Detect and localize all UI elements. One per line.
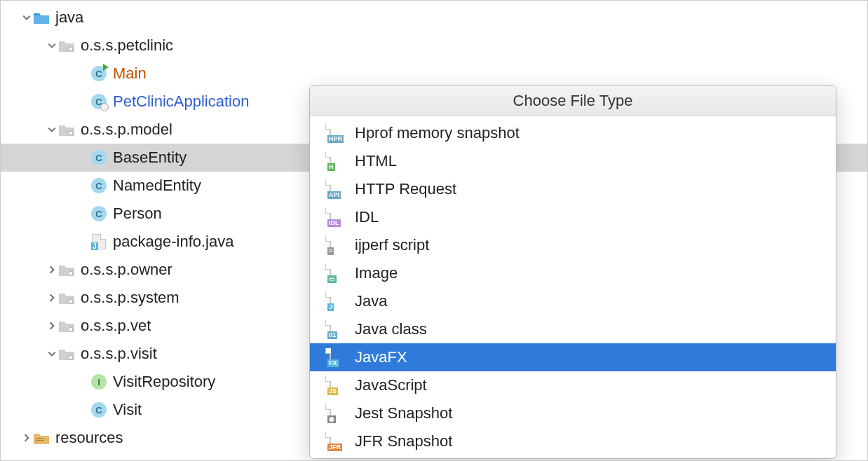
chevron-down-icon[interactable] <box>20 13 33 22</box>
tree-item-label: Visit <box>113 401 142 419</box>
interface-icon: I <box>90 373 107 390</box>
svg-point-3 <box>69 299 73 303</box>
chevron-right-icon[interactable] <box>46 294 58 302</box>
tree-item-label: o.s.s.petclinic <box>81 36 173 55</box>
tree-item-main[interactable]: C Main <box>1 60 867 88</box>
file-type-icon: ◉ <box>330 405 345 422</box>
tree-item-label: package-info.java <box>113 233 233 251</box>
package-icon <box>58 261 75 278</box>
java-file-icon <box>90 233 107 250</box>
file-type-item[interactable]: JFRJFR Snapshot <box>310 427 836 455</box>
package-icon <box>58 121 75 138</box>
chevron-right-icon[interactable] <box>46 322 58 330</box>
file-type-icon: JS <box>330 377 345 394</box>
file-type-label: Image <box>355 264 398 282</box>
tree-item-label: BaseEntity <box>113 149 187 167</box>
file-type-label: JavaFX <box>355 348 407 366</box>
file-type-label: IDL <box>355 208 379 226</box>
file-type-item[interactable]: ▭Image <box>310 259 836 287</box>
chevron-right-icon[interactable] <box>20 434 33 442</box>
class-icon: C <box>90 205 107 222</box>
tree-item-label: Person <box>113 205 162 223</box>
file-type-icon: FX <box>330 349 345 366</box>
file-type-label: HTML <box>355 152 397 170</box>
svg-point-4 <box>69 327 73 331</box>
file-type-label: HTTP Request <box>355 180 456 198</box>
file-type-label: JavaScript <box>355 376 427 394</box>
tree-item-label: o.s.s.p.system <box>81 289 179 307</box>
chevron-down-icon[interactable] <box>46 350 58 358</box>
file-type-label: ijperf script <box>355 236 429 254</box>
chevron-down-icon[interactable] <box>46 125 58 134</box>
package-icon <box>58 289 75 306</box>
svg-point-0 <box>69 47 73 51</box>
tree-item-label: java <box>55 8 83 27</box>
file-type-item[interactable]: IDLIDL <box>310 203 836 231</box>
package-icon <box>58 317 75 334</box>
svg-rect-7 <box>36 440 44 441</box>
file-type-icon: API <box>330 181 345 198</box>
file-type-item[interactable]: FXJavaFX <box>310 343 836 371</box>
file-type-item[interactable]: ◉Jest Snapshot <box>310 399 836 427</box>
file-type-label: Java <box>355 292 387 310</box>
class-icon: C <box>90 401 107 418</box>
folder-icon <box>33 9 50 26</box>
file-type-icon: 01 <box>330 321 345 338</box>
popup-title: Choose File Type <box>310 85 836 116</box>
svg-point-5 <box>69 355 73 359</box>
file-type-item[interactable]: HPRHprof memory snapshot <box>310 119 836 147</box>
file-type-item[interactable]: HHTML <box>310 147 836 175</box>
svg-point-2 <box>69 271 73 275</box>
class-spring-icon: C <box>90 93 107 110</box>
file-type-item[interactable]: JJava <box>310 287 836 315</box>
choose-file-type-popup: Choose File Type HPRHprof memory snapsho… <box>309 85 836 459</box>
file-type-icon: ≡ <box>330 237 345 254</box>
file-type-item[interactable]: 01Java class <box>310 315 836 343</box>
tree-item-label: o.s.s.p.vet <box>81 317 151 335</box>
file-type-icon: IDL <box>330 209 345 226</box>
class-runnable-icon: C <box>90 65 107 82</box>
resources-folder-icon <box>33 429 50 446</box>
chevron-down-icon[interactable] <box>46 41 58 50</box>
class-icon: C <box>90 177 107 194</box>
package-icon <box>58 345 75 362</box>
file-type-label: Java class <box>355 320 427 338</box>
tree-item-label: Main <box>113 64 147 83</box>
svg-rect-6 <box>36 438 44 439</box>
file-type-item[interactable]: ≡ijperf script <box>310 231 836 259</box>
tree-item-label: VisitRepository <box>113 373 215 391</box>
file-type-label: Hprof memory snapshot <box>355 124 520 142</box>
file-type-icon: JFR <box>330 433 345 450</box>
tree-item-label: resources <box>55 429 123 447</box>
file-type-item[interactable]: JSJavaScript <box>310 371 836 399</box>
tree-item-label: o.s.s.p.owner <box>81 261 172 279</box>
tree-item-label: NamedEntity <box>113 177 201 195</box>
file-type-item[interactable]: APIHTTP Request <box>310 175 836 203</box>
file-type-list: HPRHprof memory snapshotHHTMLAPIHTTP Req… <box>310 116 836 458</box>
tree-item-label: o.s.s.p.model <box>81 121 172 139</box>
file-type-label: JFR Snapshot <box>355 432 452 450</box>
file-type-icon: J <box>330 293 345 310</box>
file-type-label: Jest Snapshot <box>355 404 452 422</box>
file-type-icon: ▭ <box>330 265 345 282</box>
tree-item-label: PetClinicApplication <box>113 92 249 111</box>
chevron-right-icon[interactable] <box>46 266 58 274</box>
tree-item-java[interactable]: java <box>1 4 867 32</box>
file-type-icon: HPR <box>330 125 345 142</box>
tree-item-label: o.s.s.p.visit <box>81 345 157 363</box>
package-icon <box>58 37 75 54</box>
file-type-icon: H <box>330 153 345 170</box>
tree-item-petclinic[interactable]: o.s.s.petclinic <box>1 32 867 60</box>
class-icon: C <box>90 149 107 166</box>
svg-point-1 <box>69 131 73 135</box>
